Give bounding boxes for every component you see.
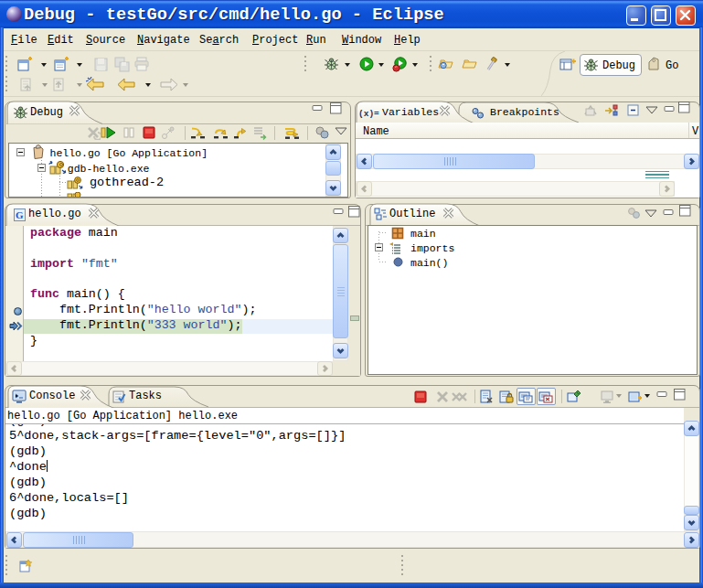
svg-text:G: G bbox=[16, 209, 24, 220]
